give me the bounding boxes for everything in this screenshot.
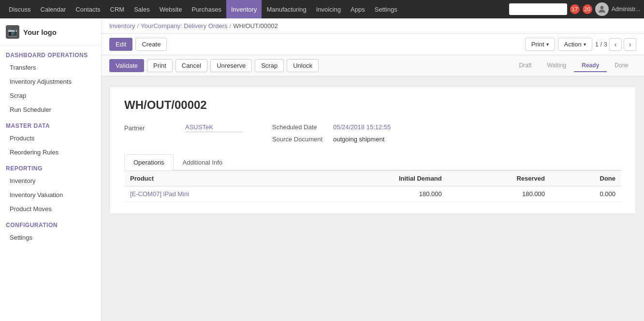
cancel-button[interactable]: Cancel	[176, 59, 207, 72]
tab-operations[interactable]: Operations	[124, 154, 174, 170]
tabs-bar: Operations Additional Info	[124, 154, 621, 170]
sidebar-section-masterdata: Master Data	[0, 117, 101, 131]
source-doc-value: outgoing shipment	[333, 136, 384, 143]
nav-item-settings[interactable]: Settings	[370, 0, 402, 18]
pagination: 1 / 3 ‹ ›	[595, 38, 636, 51]
reserved-cell: 180.000	[448, 186, 551, 202]
validate-button[interactable]: Validate	[109, 59, 144, 72]
create-button[interactable]: Create	[135, 38, 167, 51]
form-row-partner: Partner ASUSTeK	[124, 123, 243, 132]
unreserve-button[interactable]: Unreserve	[210, 59, 252, 72]
tab-additional-info[interactable]: Additional Info	[174, 154, 232, 170]
nav-item-apps[interactable]: Apps	[346, 0, 370, 18]
status-done: Done	[607, 60, 636, 72]
form-container: WH/OUT/00002 Partner ASUSTeK Scheduled D…	[102, 76, 644, 224]
sidebar-item-reordering-rules[interactable]: Reordering Rules	[0, 145, 101, 159]
scrap-button[interactable]: Scrap	[255, 59, 284, 72]
sidebar-item-scrap[interactable]: Scrap	[0, 89, 101, 103]
form-fields: Partner ASUSTeK Scheduled Date 05/24/201…	[124, 123, 621, 143]
breadcrumb: Inventory / YourCompany: Delivery Orders…	[102, 18, 644, 34]
status-ready: Ready	[574, 60, 607, 72]
sidebar-section-configuration: Configuration	[0, 216, 101, 230]
form-card: WH/OUT/00002 Partner ASUSTeK Scheduled D…	[109, 86, 636, 214]
sidebar-item-inventory[interactable]: Inventory	[0, 174, 101, 188]
pagination-info: 1 / 3	[595, 41, 607, 48]
operations-table: Product Initial Demand Reserved Done [E-…	[124, 170, 621, 202]
breadcrumb-current: WH/OUT/00002	[233, 22, 278, 30]
product-cell[interactable]: [E-COM07] iPad Mini	[124, 186, 307, 202]
sidebar-item-inventory-adjustments[interactable]: Inventory Adjustments	[0, 75, 101, 89]
nav-item-sales[interactable]: Sales	[129, 0, 155, 18]
logo-area: 📷 Your logo	[0, 18, 101, 46]
form-row-scheduled-date: Scheduled Date 05/24/2018 15:12:55	[272, 123, 391, 131]
svg-point-0	[600, 6, 603, 9]
nav-badge-1: 17	[570, 4, 580, 14]
nav-search-input[interactable]	[509, 3, 567, 15]
partner-value[interactable]: ASUSTeK	[185, 123, 243, 132]
action-dropdown-arrow: ▾	[584, 42, 586, 47]
col-header-done: Done	[551, 171, 621, 186]
initial-demand-cell: 180.000	[307, 186, 447, 202]
print-dropdown-arrow: ▾	[546, 42, 549, 47]
nav-item-purchases[interactable]: Purchases	[187, 0, 226, 18]
breadcrumb-inventory[interactable]: Inventory	[109, 22, 135, 30]
status-draft: Draft	[512, 60, 540, 72]
nav-badge-2: 20	[583, 4, 592, 14]
scheduled-date-value: 05/24/2018 15:12:55	[333, 123, 391, 131]
edit-button[interactable]: Edit	[109, 38, 132, 51]
logo-icon: 📷	[6, 25, 19, 39]
action-bar: Validate Print Cancel Unreserve Scrap Un…	[102, 55, 644, 76]
col-header-product: Product	[124, 171, 307, 186]
sidebar: 📷 Your logo Dashboard Operations Transfe…	[0, 18, 102, 321]
form-title: WH/OUT/00002	[124, 98, 621, 112]
pagination-prev[interactable]: ‹	[609, 38, 622, 51]
logo-text: Your logo	[23, 28, 57, 36]
print-button[interactable]: Print ▾	[525, 38, 555, 51]
admin-label: Administr...	[612, 6, 640, 13]
scheduled-date-label: Scheduled Date	[272, 123, 325, 131]
nav-avatar[interactable]	[595, 2, 609, 16]
breadcrumb-sep-1: /	[137, 22, 139, 30]
breadcrumb-delivery-orders[interactable]: YourCompany: Delivery Orders	[141, 22, 227, 30]
sidebar-section-reporting: Reporting	[0, 159, 101, 174]
sidebar-item-product-moves[interactable]: Product Moves	[0, 202, 101, 216]
form-group-left: Partner ASUSTeK	[124, 123, 243, 143]
sidebar-item-settings[interactable]: Settings	[0, 230, 101, 245]
nav-item-calendar[interactable]: Calendar	[36, 0, 71, 18]
print-action-button[interactable]: Print	[147, 59, 173, 72]
table-row: [E-COM07] iPad Mini 180.000 180.000 0.00…	[124, 186, 621, 202]
sidebar-item-run-scheduler[interactable]: Run Scheduler	[0, 103, 101, 117]
source-doc-label: Source Document	[272, 136, 325, 143]
nav-item-discuss[interactable]: Discuss	[4, 0, 36, 18]
top-nav: Discuss Calendar Contacts CRM Sales Webs…	[0, 0, 644, 18]
nav-item-inventory[interactable]: Inventory	[226, 0, 262, 18]
main-content: Inventory / YourCompany: Delivery Orders…	[102, 18, 644, 321]
sidebar-item-transfers[interactable]: Transfers	[0, 61, 101, 75]
nav-item-contacts[interactable]: Contacts	[71, 0, 105, 18]
toolbar: Edit Create Print ▾ Action ▾ 1 / 3 ‹ ›	[102, 34, 644, 55]
form-group-right: Scheduled Date 05/24/2018 15:12:55 Sourc…	[272, 123, 391, 143]
partner-label: Partner	[124, 124, 177, 132]
done-cell: 0.000	[551, 186, 621, 202]
breadcrumb-sep-2: /	[230, 22, 232, 30]
action-button[interactable]: Action ▾	[558, 38, 592, 51]
nav-item-website[interactable]: Website	[155, 0, 187, 18]
col-header-reserved: Reserved	[448, 171, 551, 186]
status-waiting: Waiting	[540, 60, 574, 72]
sidebar-item-inventory-valuation[interactable]: Inventory Valuation	[0, 188, 101, 202]
status-steps: Draft Waiting Ready Done	[512, 60, 636, 72]
nav-item-manufacturing[interactable]: Manufacturing	[262, 0, 311, 18]
form-row-source-doc: Source Document outgoing shipment	[272, 136, 391, 143]
sidebar-item-products[interactable]: Products	[0, 131, 101, 145]
pagination-next[interactable]: ›	[624, 38, 636, 51]
nav-item-invoicing[interactable]: Invoicing	[311, 0, 346, 18]
sidebar-section-dashboard: Dashboard Operations	[0, 46, 101, 61]
unlock-button[interactable]: Unlock	[287, 59, 319, 72]
nav-item-crm[interactable]: CRM	[105, 0, 130, 18]
col-header-initial-demand: Initial Demand	[307, 171, 447, 186]
